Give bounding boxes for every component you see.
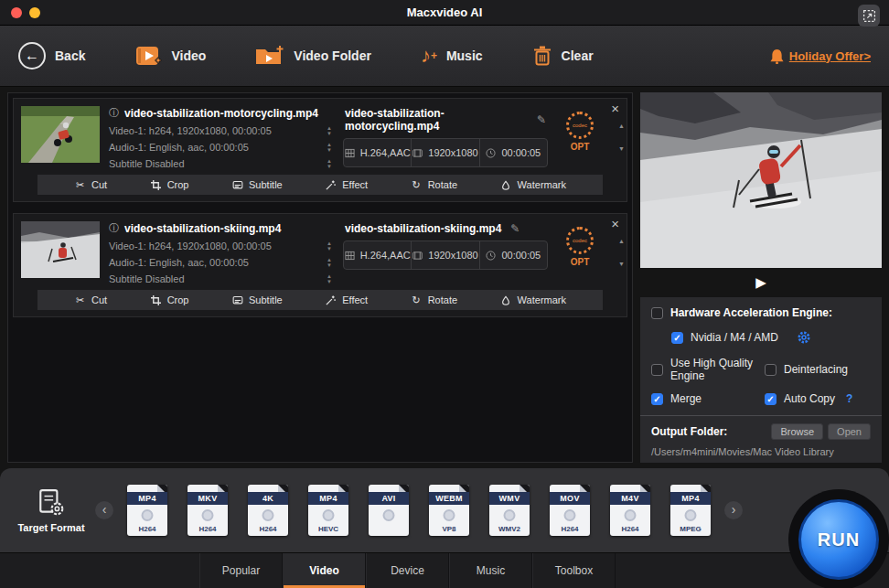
subtitle-icon	[231, 294, 243, 306]
crop-button[interactable]: Crop	[150, 179, 189, 191]
move-down-button[interactable]: ▼	[618, 145, 625, 152]
output-path: /Users/m4mini/Movies/Mac Video Library	[651, 446, 871, 457]
watermark-button[interactable]: Watermark	[500, 294, 566, 306]
subtitle-track-stepper[interactable]: ▲▼	[327, 274, 332, 284]
music-label: Music	[446, 48, 483, 63]
tab-popular[interactable]: Popular	[199, 553, 283, 588]
codec-options-button[interactable]: codec OPT	[557, 221, 603, 267]
duration-chip: 00:00:05	[479, 241, 547, 269]
audio-track-stepper[interactable]: ▲▼	[327, 258, 332, 268]
remove-video-button[interactable]: ×	[611, 102, 619, 114]
video-track-stepper[interactable]: ▲▼	[327, 241, 332, 251]
effect-button[interactable]: Effect	[325, 294, 368, 306]
format-list: MP4 H264 MKV H264 4K H264 MP4 HEVC AVI W…	[127, 485, 711, 536]
rename-icon[interactable]: ✎	[510, 222, 519, 235]
category-tabs: Popular Video Device Music Toolbox	[0, 552, 889, 588]
rotate-button[interactable]: ↻ Rotate	[411, 294, 457, 306]
remove-video-button[interactable]: ×	[611, 218, 619, 230]
move-up-button[interactable]: ▲	[618, 238, 625, 244]
screen-capture-icon[interactable]	[858, 5, 880, 27]
help-icon[interactable]: ?	[846, 392, 852, 405]
rotate-button[interactable]: ↻ Rotate	[411, 179, 457, 191]
settings-panel: Hardware Acceleration Engine: ✓ Nvidia /…	[640, 297, 882, 463]
deinterlacing-checkbox[interactable]	[765, 364, 777, 376]
editable-filename[interactable]: video-stabilization-motorcycling.mp4	[345, 107, 528, 133]
cut-button[interactable]: ✂ Cut	[74, 294, 107, 306]
tab-video[interactable]: Video	[283, 553, 366, 588]
back-button[interactable]: ← Back	[18, 42, 85, 69]
format-item[interactable]: MKV H264	[187, 485, 228, 536]
format-item[interactable]: 4K H264	[248, 485, 288, 536]
media-info-box: H.264,AAC 1920x1080	[343, 138, 548, 167]
subtitle-track-text: Subtitle Disabled	[109, 158, 185, 169]
open-button[interactable]: Open	[828, 423, 871, 440]
play-button[interactable]: ▶	[755, 274, 766, 291]
holiday-offer-link[interactable]: Holiday Offer>	[770, 48, 871, 64]
add-video-folder-button[interactable]: Video Folder	[255, 45, 371, 67]
video-label: Video	[171, 48, 206, 63]
codec-chip: H.264,AAC	[344, 241, 411, 269]
gpu-checkbox[interactable]: ✓	[671, 332, 683, 344]
move-down-button[interactable]: ▼	[618, 261, 625, 267]
video-track-stepper[interactable]: ▲▼	[327, 126, 332, 136]
format-bar: Target Format ‹ MP4 H264 MKV H264 4K H26…	[0, 468, 889, 552]
format-item[interactable]: MOV H264	[550, 485, 590, 536]
add-video-button[interactable]: Video	[134, 45, 206, 67]
close-window-button[interactable]	[11, 7, 22, 18]
move-up-button[interactable]: ▲	[618, 123, 625, 129]
subtitle-button[interactable]: Subtitle	[231, 179, 283, 191]
formats-scroll-left-button[interactable]: ‹	[95, 501, 113, 519]
watermark-button[interactable]: Watermark	[500, 179, 566, 191]
edit-actionbar: ✂ Cut Crop Subtitle Effect	[37, 175, 603, 195]
browse-button[interactable]: Browse	[771, 423, 823, 440]
tab-toolbox[interactable]: Toolbox	[532, 553, 616, 588]
minimize-window-button[interactable]	[29, 7, 40, 18]
format-logo-icon	[444, 509, 455, 521]
toolbar: ← Back Video Video Folder ♪+ Musi	[0, 26, 889, 87]
format-item[interactable]: MP4 MPEG	[670, 485, 711, 536]
audio-track-stepper[interactable]: ▲▼	[327, 143, 332, 153]
format-item[interactable]: WEBM VP8	[429, 485, 469, 536]
gpu-settings-gear-icon[interactable]	[797, 330, 811, 345]
format-item[interactable]: MP4 H264	[127, 485, 167, 536]
output-folder-label: Output Folder:	[651, 425, 727, 438]
merge-checkbox[interactable]: ✓	[651, 393, 663, 405]
auto-copy-checkbox[interactable]: ✓	[765, 393, 777, 405]
format-item[interactable]: M4V H264	[610, 485, 650, 536]
clear-button[interactable]: Clear	[532, 45, 594, 67]
rotate-icon: ↻	[411, 294, 423, 306]
trash-icon	[532, 45, 552, 67]
video-folder-label: Video Folder	[294, 48, 371, 63]
effect-button[interactable]: Effect	[325, 179, 368, 191]
hardware-acceleration-checkbox[interactable]	[651, 307, 663, 319]
editable-filename[interactable]: video-stabilization-skiing.mp4	[345, 222, 501, 235]
duration-chip: 00:00:05	[479, 139, 547, 166]
subtitle-track-stepper[interactable]: ▲▼	[327, 159, 332, 169]
run-button[interactable]: RUN	[798, 499, 879, 580]
subtitle-track-text: Subtitle Disabled	[109, 273, 185, 284]
crop-icon	[150, 294, 162, 306]
codec-options-button[interactable]: codec OPT	[557, 106, 603, 152]
subtitle-track-row: Subtitle Disabled ▲▼	[109, 273, 334, 284]
high-quality-checkbox[interactable]	[651, 364, 663, 376]
info-icon: ⓘ	[109, 221, 119, 235]
subtitle-button[interactable]: Subtitle	[231, 294, 283, 306]
formats-scroll-right-button[interactable]: ›	[724, 501, 743, 519]
format-logo-icon	[202, 509, 214, 521]
tab-music[interactable]: Music	[449, 553, 532, 588]
crop-button[interactable]: Crop	[150, 294, 189, 306]
titlebar: Macxvideo AI	[0, 0, 889, 26]
cut-button[interactable]: ✂ Cut	[74, 179, 107, 191]
tab-device[interactable]: Device	[366, 553, 449, 588]
cut-icon: ✂	[74, 294, 86, 306]
format-item[interactable]: WMV WMV2	[489, 485, 530, 536]
format-logo-icon	[383, 509, 395, 521]
resolution-icon	[412, 148, 423, 158]
rename-icon[interactable]: ✎	[537, 113, 546, 126]
music-note-icon: ♪+	[421, 47, 437, 65]
format-item[interactable]: AVI	[369, 485, 409, 536]
row-reorder-control: ▲ ▼	[618, 123, 625, 152]
add-music-button[interactable]: ♪+ Music	[421, 47, 483, 65]
format-item[interactable]: MP4 HEVC	[308, 485, 348, 536]
target-format-block: Target Format	[7, 488, 95, 533]
